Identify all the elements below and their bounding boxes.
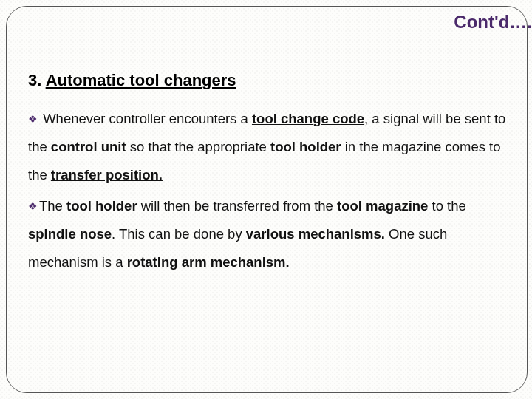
slide: Cont'd…. 3. Automatic tool changers ❖ Wh… xyxy=(0,0,532,399)
p1-t1: Whenever controller encounters a xyxy=(39,111,252,126)
p2-th: tool holder xyxy=(66,198,137,214)
p2-vm: various mechanisms. xyxy=(246,226,385,242)
paragraph-1: ❖ Whenever controller encounters a tool … xyxy=(28,105,507,189)
section-number: 3. xyxy=(28,71,41,89)
diamond-bullet-icon: ❖ xyxy=(28,113,38,125)
p2-t1: The xyxy=(39,198,66,214)
p2-ram: rotating arm mechanism. xyxy=(127,254,290,270)
p2-sn: spindle nose xyxy=(28,226,112,242)
section-title-text: Automatic tool changers xyxy=(46,71,236,89)
p1-t3: so that the appropriate xyxy=(126,139,270,154)
p2-t2: will then be transferred from the xyxy=(137,198,337,214)
p2-t4: . This can be done by xyxy=(112,226,246,242)
section-heading: 3. Automatic tool changers xyxy=(28,71,507,90)
p1-th: tool holder xyxy=(270,139,341,154)
p2-tm: tool magazine xyxy=(337,198,428,214)
p2-t3: to the xyxy=(428,198,466,214)
header-title: Cont'd…. xyxy=(454,12,532,33)
paragraph-2: ❖The tool holder will then be transferre… xyxy=(28,192,507,276)
p1-tp: transfer position. xyxy=(51,167,163,183)
p1-code: tool change code xyxy=(252,111,364,126)
diamond-bullet-icon: ❖ xyxy=(28,200,38,212)
content-area: 3. Automatic tool changers ❖ Whenever co… xyxy=(28,71,507,279)
p1-cu: control unit xyxy=(51,139,126,154)
